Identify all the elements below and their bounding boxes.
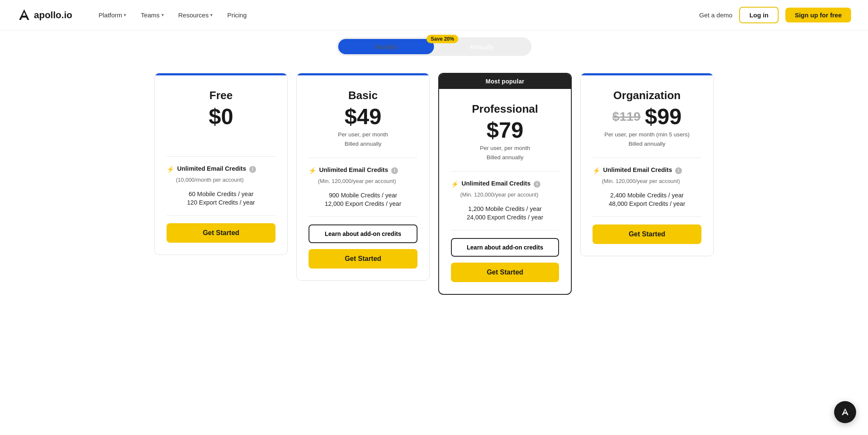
mobile-credits-free: 60 Mobile Credits / year: [167, 191, 275, 197]
price-note-professional: Per user, per monthBilled annually: [451, 144, 559, 162]
nav-platform[interactable]: Platform ▾: [92, 8, 132, 22]
email-credits-professional: ⚡ Unlimited Email Credits i: [451, 179, 559, 188]
price-note-free: [167, 130, 275, 147]
email-credits-sub-basic: (Min. 120,000/year per account): [318, 177, 417, 185]
addon-btn-basic[interactable]: Learn about add-on credits: [309, 224, 417, 243]
price-main-professional: $79: [487, 119, 523, 141]
nav-resources[interactable]: Resources ▾: [172, 8, 219, 22]
card-organization: Organization $119 $99 Per user, per mont…: [580, 73, 714, 256]
billing-toggle-area: Monthly Annually Save 20%: [0, 30, 868, 56]
nav-teams[interactable]: Teams ▾: [135, 8, 170, 22]
card-body-organization: Organization $119 $99 Per user, per mont…: [581, 75, 713, 256]
price-main-free: $0: [209, 105, 234, 127]
plan-name-professional: Professional: [451, 103, 559, 116]
plan-name-basic: Basic: [309, 89, 417, 102]
logo-text: apollo.io: [34, 10, 72, 21]
plan-name-organization: Organization: [593, 89, 701, 102]
toggle-monthly[interactable]: Monthly: [338, 43, 434, 50]
cta-basic[interactable]: Get Started: [309, 249, 417, 269]
export-credits-professional: 24,000 Export Credits / year: [451, 214, 559, 221]
email-credits-organization: ⚡ Unlimited Email Credits i: [593, 166, 701, 175]
email-credits-bold-professional: Unlimited Email Credits: [462, 180, 531, 187]
email-credits-sub-professional: (Min. 120,000/year per account): [460, 191, 559, 199]
divider-free: [167, 156, 275, 157]
popular-badge: Most popular: [439, 74, 571, 89]
info-icon-basic[interactable]: i: [391, 167, 398, 174]
login-button[interactable]: Log in: [739, 7, 779, 23]
card-free: Free $0 ⚡ Unlimited Email Credits i (10,…: [154, 73, 288, 255]
mobile-credits-organization: 2,400 Mobile Credits / year: [593, 192, 701, 199]
card-professional: Most popular Professional $79 Per user, …: [438, 73, 572, 295]
platform-chevron-icon: ▾: [124, 12, 126, 18]
price-old-organization: $119: [612, 109, 641, 124]
logo[interactable]: apollo.io: [17, 8, 72, 22]
info-icon-organization[interactable]: i: [675, 167, 682, 174]
cards-row: Free $0 ⚡ Unlimited Email Credits i (10,…: [154, 73, 714, 295]
feature-row-organization: ⚡ Unlimited Email Credits i (Min. 120,00…: [593, 166, 701, 185]
price-row-basic: $49: [309, 105, 417, 127]
signup-button[interactable]: Sign up for free: [785, 8, 851, 22]
price-note-organization: Per user, per month (min 5 users)Billed …: [593, 130, 701, 148]
teams-label: Teams: [141, 11, 159, 19]
feature-row-free: ⚡ Unlimited Email Credits i (10,000/mont…: [167, 164, 275, 184]
price-main-organization: $99: [645, 105, 682, 127]
nav-links: Platform ▾ Teams ▾ Resources ▾ Pricing: [92, 8, 699, 22]
export-credits-organization: 48,000 Export Credits / year: [593, 200, 701, 207]
navbar: apollo.io Platform ▾ Teams ▾ Resources ▾…: [0, 0, 868, 30]
lightning-icon-free: ⚡: [167, 165, 175, 174]
plan-name-free: Free: [167, 89, 275, 102]
price-note-basic: Per user, per monthBilled annually: [309, 130, 417, 148]
divider2-free: [167, 215, 275, 216]
toggle-annually[interactable]: Annually: [434, 43, 530, 50]
info-icon-professional[interactable]: i: [534, 181, 540, 188]
divider2-basic: [309, 216, 417, 217]
card-body-free: Free $0 ⚡ Unlimited Email Credits i (10,…: [155, 75, 287, 255]
card-basic: Basic $49 Per user, per monthBilled annu…: [296, 73, 430, 281]
cta-professional[interactable]: Get Started: [451, 263, 559, 282]
export-credits-basic: 12,000 Export Credits / year: [309, 200, 417, 207]
email-credits-bold-free: Unlimited Email Credits: [177, 165, 246, 172]
feature-row-professional: ⚡ Unlimited Email Credits i (Min. 120,00…: [451, 179, 559, 199]
cta-free[interactable]: Get Started: [167, 223, 275, 243]
pricing-section: Free $0 ⚡ Unlimited Email Credits i (10,…: [137, 56, 731, 312]
email-credits-sub-organization: (Min. 120,000/year per account): [602, 177, 701, 185]
export-credits-free: 120 Export Credits / year: [167, 199, 275, 206]
resources-label: Resources: [178, 11, 209, 19]
email-credits-free: ⚡ Unlimited Email Credits i: [167, 164, 275, 174]
cta-organization[interactable]: Get Started: [593, 224, 701, 244]
divider-basic: [309, 158, 417, 158]
divider2-organization: [593, 216, 701, 217]
email-credits-sub-free: (10,000/month per account): [176, 176, 275, 184]
price-row-professional: $79: [451, 119, 559, 141]
nav-pricing[interactable]: Pricing: [221, 8, 253, 22]
platform-label: Platform: [98, 11, 122, 19]
addon-btn-professional[interactable]: Learn about add-on credits: [451, 238, 559, 257]
nav-actions: Get a demo Log in Sign up for free: [699, 7, 851, 23]
mobile-credits-basic: 900 Mobile Credits / year: [309, 192, 417, 199]
card-body-basic: Basic $49 Per user, per monthBilled annu…: [297, 75, 429, 280]
divider2-professional: [451, 230, 559, 230]
email-credits-basic: ⚡ Unlimited Email Credits i: [309, 166, 417, 175]
feature-row-basic: ⚡ Unlimited Email Credits i (Min. 120,00…: [309, 166, 417, 185]
mobile-credits-professional: 1,200 Mobile Credits / year: [451, 205, 559, 212]
email-credits-bold-basic: Unlimited Email Credits: [319, 166, 388, 173]
billing-toggle[interactable]: Monthly Annually Save 20%: [337, 37, 531, 56]
lightning-icon-organization: ⚡: [593, 166, 601, 175]
price-row-organization: $119 $99: [593, 105, 701, 127]
get-demo-link[interactable]: Get a demo: [699, 11, 732, 19]
save-badge: Save 20%: [426, 35, 458, 43]
lightning-icon-basic: ⚡: [309, 166, 317, 175]
card-body-professional: Professional $79 Per user, per monthBill…: [439, 89, 571, 294]
divider-professional: [451, 171, 559, 172]
email-credits-bold-organization: Unlimited Email Credits: [603, 166, 672, 173]
teams-chevron-icon: ▾: [161, 12, 164, 18]
pricing-label: Pricing: [227, 11, 247, 19]
info-icon-free[interactable]: i: [249, 166, 256, 173]
divider-organization: [593, 158, 701, 158]
price-main-basic: $49: [345, 105, 381, 127]
price-row-free: $0: [167, 105, 275, 127]
resources-chevron-icon: ▾: [210, 12, 213, 18]
lightning-icon-professional: ⚡: [451, 180, 459, 188]
